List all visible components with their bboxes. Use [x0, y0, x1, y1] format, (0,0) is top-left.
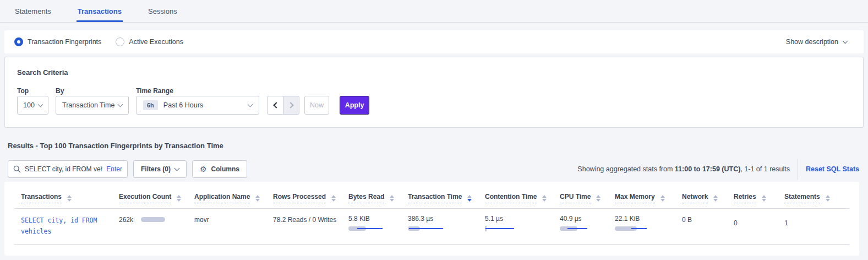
sort-icon[interactable] — [826, 195, 830, 202]
sort-icon[interactable] — [67, 195, 72, 202]
col-header-max-memory: Max Memory — [615, 193, 682, 203]
retries-value: 0 — [734, 219, 738, 227]
cell-max-memory: 22.1 KiB — [615, 215, 682, 237]
col-header-transaction-time: Transaction Time — [408, 193, 485, 203]
sort-icon[interactable] — [713, 195, 718, 202]
application-name-value: movr — [194, 216, 209, 224]
sort-icon[interactable] — [542, 195, 547, 202]
toolbar-right: Showing aggregated stats from 11:00 to 1… — [577, 159, 859, 180]
time-range-value: Past 6 Hours — [163, 101, 203, 109]
sort-icon[interactable] — [390, 195, 394, 202]
contention-time-bar — [485, 226, 529, 231]
time-range-prev-button[interactable] — [267, 96, 283, 115]
sort-icon[interactable] — [255, 195, 260, 202]
sort-icon-active[interactable] — [467, 195, 472, 202]
radio-selected-icon — [14, 37, 23, 46]
stats-time-range: 11:00 to 17:59 (UTC) — [675, 165, 740, 173]
chevron-down-icon — [174, 165, 180, 171]
max-memory-bar — [615, 226, 659, 231]
chevron-down-icon — [248, 101, 253, 107]
apply-button[interactable]: Apply — [340, 96, 369, 115]
view-mode-card: Transaction Fingerprints Active Executio… — [4, 30, 864, 53]
time-range-next-button[interactable] — [283, 96, 299, 115]
sort-icon[interactable] — [177, 195, 181, 202]
cpu-time-bar — [560, 226, 604, 231]
col-header-statements: Statements — [784, 193, 839, 203]
by-select[interactable]: Transaction Time — [56, 96, 129, 115]
col-header-application-name: Application Name — [194, 193, 273, 203]
time-range-select[interactable]: 6h Past 6 Hours — [136, 96, 259, 115]
now-button[interactable]: Now — [304, 96, 329, 115]
reset-sql-stats-link[interactable]: Reset SQL Stats — [806, 165, 859, 173]
max-memory-value: 22.1 KiB — [615, 215, 682, 223]
show-description-toggle[interactable]: Show description — [786, 38, 847, 46]
table-row: SELECT city, id FROM vehicles 262k movr … — [14, 209, 849, 245]
top-select-value: 100 — [23, 101, 35, 109]
chevron-down-icon — [843, 38, 848, 44]
cell-contention-time: 5.1 µs — [485, 215, 560, 237]
table-header-row: Transactions Execution Count Application… — [14, 182, 849, 209]
query-search-box: Enter — [8, 160, 128, 178]
columns-button[interactable]: ⚙ Columns — [192, 160, 247, 178]
sort-icon[interactable] — [331, 195, 336, 202]
col-header-rows-processed: Rows Processed — [273, 193, 348, 203]
gear-icon: ⚙ — [200, 165, 207, 174]
radio-label: Transaction Fingerprints — [28, 38, 101, 46]
sort-icon[interactable] — [660, 195, 665, 202]
col-header-cpu-time: CPU Time — [560, 193, 615, 203]
transactions-page: Statements Transactions Sessions Transac… — [0, 0, 868, 260]
show-description-label: Show description — [786, 38, 838, 46]
time-range-badge: 6h — [143, 100, 158, 110]
top-label: Top — [17, 87, 29, 95]
sort-icon[interactable] — [596, 195, 600, 202]
col-header-contention-time: Contention Time — [485, 193, 560, 203]
col-header-network: Network — [682, 193, 734, 203]
radio-unselected-icon — [116, 37, 124, 46]
radio-transaction-fingerprints[interactable]: Transaction Fingerprints — [14, 37, 101, 46]
cell-rows-processed: 78.2 Reads / 0 Writes — [273, 215, 348, 237]
bytes-read-value: 5.8 KiB — [348, 215, 408, 223]
col-header-execution-count: Execution Count — [119, 193, 194, 203]
by-label: By — [56, 87, 64, 95]
cpu-time-value: 40.9 µs — [560, 215, 615, 223]
cell-network: 0 B — [682, 215, 734, 237]
results-table-card: Transactions Execution Count Application… — [4, 182, 859, 256]
col-header-transactions: Transactions — [14, 193, 119, 203]
results-toolbar: Enter Filters (0) ⚙ Columns Showing aggr… — [8, 160, 859, 178]
radio-label: Active Executions — [129, 38, 183, 46]
rows-processed-value: 78.2 Reads / 0 Writes — [273, 216, 336, 224]
results-title: Results - Top 100 Transaction Fingerprin… — [8, 142, 223, 150]
page-tabbar: Statements Transactions Sessions — [0, 0, 868, 23]
tab-transactions[interactable]: Transactions — [77, 2, 123, 22]
sort-icon[interactable] — [762, 195, 766, 202]
filters-label: Filters (0) — [141, 165, 171, 173]
stats-suffix: , 1-1 of 1 results — [740, 165, 790, 173]
tab-statements[interactable]: Statements — [14, 2, 52, 22]
execution-count-bar — [141, 217, 165, 222]
chevron-right-icon — [287, 102, 293, 108]
by-select-value: Transaction Time — [62, 101, 114, 109]
cell-application-name: movr — [194, 215, 273, 237]
columns-label: Columns — [211, 165, 239, 173]
statements-value: 1 — [784, 219, 788, 227]
col-header-bytes-read: Bytes Read — [348, 193, 408, 203]
cell-statements: 1 — [784, 215, 839, 237]
contention-time-value: 5.1 µs — [485, 215, 560, 223]
divider — [798, 159, 798, 180]
top-select[interactable]: 100 — [17, 96, 48, 115]
col-header-retries: Retries — [734, 193, 784, 203]
radio-active-executions[interactable]: Active Executions — [116, 37, 183, 46]
chevron-down-icon — [118, 101, 123, 107]
transaction-query-link[interactable]: SELECT city, id FROM vehicles — [21, 215, 109, 237]
search-input[interactable] — [25, 165, 102, 173]
search-enter-button[interactable]: Enter — [106, 165, 122, 173]
network-value: 0 B — [682, 216, 692, 224]
bytes-read-bar — [348, 226, 392, 231]
cell-transactions: SELECT city, id FROM vehicles — [14, 215, 119, 237]
cell-cpu-time: 40.9 µs — [560, 215, 615, 237]
search-criteria-card: Search Criteria Top By Time Range 100 Tr… — [4, 57, 864, 128]
tab-sessions[interactable]: Sessions — [147, 2, 178, 22]
filters-button[interactable]: Filters (0) — [133, 160, 187, 178]
transaction-time-bar — [408, 226, 452, 231]
time-range-label: Time Range — [136, 87, 173, 95]
